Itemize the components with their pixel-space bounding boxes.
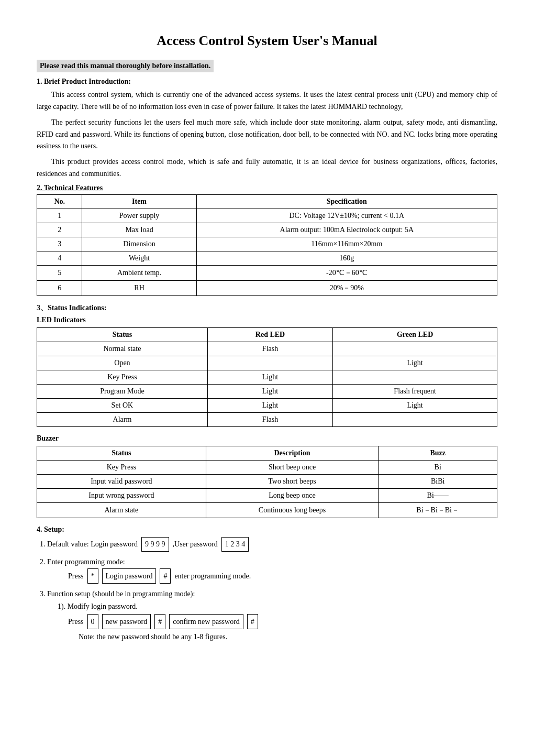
- section-3-title: 3、Status Indications:: [37, 303, 497, 313]
- enter-prog-desc: enter programming mode.: [174, 572, 251, 580]
- table-cell: Input valid password: [37, 475, 206, 489]
- table-cell: Ambient temp.: [82, 266, 196, 281]
- table-cell: RH: [82, 281, 196, 296]
- user-password-value: 1 2 3 4: [221, 537, 249, 552]
- led-col-green: Green LED: [333, 328, 497, 342]
- table-cell: Key Press: [37, 461, 206, 475]
- title-normal: User's Manual: [289, 33, 377, 48]
- func-sub1-note: Note: the new password should be any 1-8…: [79, 631, 497, 643]
- section-4: 4. Setup: Default value: Login password …: [37, 525, 497, 643]
- setup-item-3: Function setup (should be in programming…: [47, 588, 497, 643]
- section-2: 2. Technical Features No. Item Specifica…: [37, 184, 497, 296]
- table-cell: Set OK: [37, 399, 208, 413]
- func-sub1-title: 1). Modify login password.: [58, 600, 497, 613]
- table-cell: DC: Voltage 12V±10%; current < 0.1A: [196, 209, 497, 223]
- setup-item-2: Enter programming mode: Press * Login pa…: [47, 556, 497, 584]
- buzzer-col-desc: Description: [206, 446, 379, 461]
- enter-prog-text: Enter programming mode:: [47, 558, 125, 566]
- table-cell: Power supply: [82, 209, 196, 223]
- table-row: 4Weight160g: [37, 251, 497, 266]
- section-1-title: 1. Brief Product Introduction:: [37, 78, 497, 86]
- enter-prog-press: Press: [68, 572, 84, 580]
- table-cell: Alarm state: [37, 503, 206, 518]
- table-row: Key PressShort beep onceBi: [37, 461, 497, 475]
- table-row: 3Dimension116mm×116mm×20mm: [37, 237, 497, 251]
- table-row: Alarm stateContinuous long beepsBi－Bi－Bi…: [37, 503, 497, 518]
- led-col-status: Status: [37, 328, 208, 342]
- table-cell: [207, 356, 332, 370]
- func-sub1-hash2: #: [247, 614, 258, 629]
- table-cell: 160g: [196, 251, 497, 266]
- table-cell: Normal state: [37, 342, 208, 356]
- table-cell: Key Press: [37, 370, 208, 385]
- setup-item-1: Default value: Login password 9 9 9 9 ,U…: [47, 537, 497, 552]
- tech-col-no: No.: [37, 195, 82, 209]
- table-cell: [333, 370, 497, 385]
- table-row: 1Power supplyDC: Voltage 12V±10%; curren…: [37, 209, 497, 223]
- buzzer-col-buzz: Buzz: [379, 446, 497, 461]
- func-sub1-press-pre: Press: [68, 618, 84, 626]
- table-cell: Flash frequent: [333, 385, 497, 399]
- buzzer-subtitle: Buzzer: [37, 434, 497, 443]
- table-row: 5Ambient temp.-20℃－60℃: [37, 266, 497, 281]
- func-sub1-new-pw: new password: [102, 614, 151, 629]
- table-cell: [333, 413, 497, 427]
- table-cell: Bi－Bi－Bi－: [379, 503, 497, 518]
- section-1-para2: The perfect security functions let the u…: [37, 117, 497, 152]
- table-cell: Bi——: [379, 489, 497, 503]
- table-cell: Alarm: [37, 413, 208, 427]
- table-cell: 5: [37, 266, 82, 281]
- table-cell: Light: [207, 399, 332, 413]
- table-cell: 1: [37, 209, 82, 223]
- title-bold: Access Control System: [157, 33, 288, 48]
- table-cell: Light: [207, 385, 332, 399]
- table-cell: BiBi: [379, 475, 497, 489]
- table-cell: 116mm×116mm×20mm: [196, 237, 497, 251]
- table-cell: -20℃－60℃: [196, 266, 497, 281]
- table-row: OpenLight: [37, 356, 497, 370]
- section-4-title: 4. Setup:: [37, 525, 497, 534]
- setup-list: Default value: Login password 9 9 9 9 ,U…: [47, 537, 497, 643]
- default-value-text-mid: ,User password: [173, 540, 218, 548]
- section-1-para3: This product provides access control mod…: [37, 156, 497, 180]
- table-row: Program ModeLightFlash frequent: [37, 385, 497, 399]
- section-3: 3、Status Indications: LED Indicators Sta…: [37, 303, 497, 518]
- table-row: Normal stateFlash: [37, 342, 497, 356]
- table-cell: Light: [333, 399, 497, 413]
- led-indicators-subtitle: LED Indicators: [37, 316, 497, 324]
- table-cell: Weight: [82, 251, 196, 266]
- section-1: 1. Brief Product Introduction: This acce…: [37, 78, 497, 180]
- enter-prog-press-line: Press * Login password # enter programmi…: [68, 572, 251, 580]
- table-cell: Flash: [207, 342, 332, 356]
- table-cell: Dimension: [82, 237, 196, 251]
- table-cell: Alarm output: 100mA Electrolock output: …: [196, 223, 497, 237]
- led-col-red: Red LED: [207, 328, 332, 342]
- default-value-text-pre: Default value: Login password: [47, 540, 138, 548]
- func-sub1-0: 0: [87, 614, 98, 629]
- technical-features-table: No. Item Specification 1Power supplyDC: …: [37, 194, 497, 296]
- table-cell: Open: [37, 356, 208, 370]
- table-cell: 20%－90%: [196, 281, 497, 296]
- buzzer-col-status: Status: [37, 446, 206, 461]
- table-cell: Light: [333, 356, 497, 370]
- table-row: 2Max loadAlarm output: 100mA Electrolock…: [37, 223, 497, 237]
- section-2-title: 2. Technical Features: [37, 184, 497, 192]
- func-sub1-hash1: #: [154, 614, 165, 629]
- table-cell: 2: [37, 223, 82, 237]
- table-cell: Short beep once: [206, 461, 379, 475]
- read-notice: Please read this manual thoroughly befor…: [37, 60, 497, 78]
- table-cell: Max load: [82, 223, 196, 237]
- login-password-value: 9 9 9 9: [141, 537, 169, 552]
- enter-prog-login: Login password: [102, 568, 157, 584]
- table-cell: Input wrong password: [37, 489, 206, 503]
- enter-prog-hash: #: [160, 568, 171, 584]
- table-cell: Two short beeps: [206, 475, 379, 489]
- table-row: Key PressLight: [37, 370, 497, 385]
- table-cell: 4: [37, 251, 82, 266]
- table-cell: Flash: [207, 413, 332, 427]
- tech-col-item: Item: [82, 195, 196, 209]
- led-table: Status Red LED Green LED Normal stateFla…: [37, 327, 497, 427]
- table-cell: [333, 342, 497, 356]
- enter-prog-star: *: [87, 568, 98, 584]
- tech-col-spec: Specification: [196, 195, 497, 209]
